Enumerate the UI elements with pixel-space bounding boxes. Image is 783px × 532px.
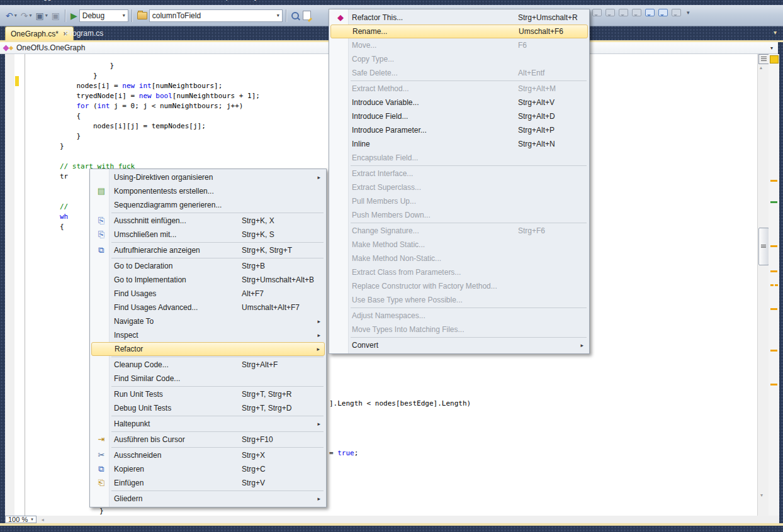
menu-item-find-similar-code[interactable]: Find Similar Code...	[91, 372, 325, 385]
scroll-left-icon[interactable]: ◂	[42, 517, 44, 523]
menu-item-komponententests-erstellen[interactable]: ▤Komponententests erstellen...	[91, 184, 325, 198]
menu-item-ausschneiden[interactable]: ✂AusschneidenStrg+X	[91, 448, 325, 462]
code-marker[interactable]	[770, 384, 777, 385]
menubar-item[interactable]: Test	[181, 0, 195, 1]
configuration-combobox[interactable]: Debug▾	[79, 9, 128, 22]
comment-next-icon[interactable]	[606, 9, 615, 16]
menu-item-cleanup-code[interactable]: Cleanup Code...Strg+Alt+F	[91, 358, 325, 372]
menu-item-make-method-non-static[interactable]: Make Method Non-Static...	[330, 252, 588, 265]
chevron-down-icon[interactable]: ▾	[770, 45, 773, 51]
navigate-forward-icon[interactable]	[658, 9, 668, 16]
menu-item-kopieren[interactable]: ⧉KopierenStrg+C	[91, 462, 325, 476]
menu-item-use-base-type-where-possible[interactable]: Use Base Type where Possible...	[330, 293, 588, 307]
scroll-up-icon[interactable]: ▴	[760, 65, 762, 70]
menu-item-sequenzdiagramm-generieren[interactable]: Sequenzdiagramm generieren...	[91, 198, 325, 212]
edit-document-button[interactable]	[301, 9, 313, 23]
menu-item-introduce-parameter[interactable]: Introduce Parameter...Strg+Alt+P	[330, 123, 588, 137]
menu-item-move[interactable]: Move...F6	[330, 38, 588, 52]
menu-item-pull-members-up[interactable]: Pull Members Up...	[330, 194, 588, 208]
menu-item-using-direktiven-organisieren[interactable]: Using-Direktiven organisieren▸	[91, 170, 325, 184]
code-marker[interactable]	[770, 270, 777, 272]
menu-item-umschlie-en-mit[interactable]: ⎘Umschließen mit...Strg+K, S	[91, 228, 325, 241]
menu-item-ausf-hren-bis-cursor[interactable]: ⇥Ausführen bis CursorStrg+F10	[91, 433, 325, 446]
code-marker[interactable]	[770, 350, 777, 352]
menu-item-find-usages[interactable]: Find UsagesAlt+F7	[91, 287, 325, 301]
menu-item-extract-class-from-parameters[interactable]: Extract Class from Parameters...	[330, 265, 588, 279]
tab-list-dropdown-icon[interactable]: ▾	[774, 29, 777, 36]
toolbar-overflow-icon[interactable]: ▾	[687, 9, 690, 16]
menu-item-inspect[interactable]: Inspect▸	[91, 328, 325, 342]
menu-item-label: Rename...	[352, 27, 387, 36]
menu-item-inline[interactable]: InlineStrg+Alt+N	[330, 137, 588, 151]
menu-item-navigate-to[interactable]: Navigate To▸	[91, 314, 325, 328]
tab-program[interactable]: Program.cs	[60, 26, 108, 40]
comment-icon[interactable]	[592, 9, 602, 16]
menu-item-aufrufhierarchie-anzeigen[interactable]: ⧉Aufrufhierarchie anzeigenStrg+K, Strg+T	[91, 243, 325, 257]
vertical-scrollbar[interactable]: ▴ ▾	[757, 54, 769, 516]
menubar-item[interactable]: Analyse	[239, 0, 266, 1]
scrollbar-thumb[interactable]	[758, 228, 769, 265]
code-marker[interactable]	[770, 308, 777, 310]
file-status-indicator[interactable]	[770, 55, 779, 64]
marker-bar[interactable]	[769, 54, 779, 516]
menu-item-einf-gen[interactable]: ⎗EinfügenStrg+V	[91, 476, 325, 490]
scroll-down-icon[interactable]: ▾	[760, 492, 763, 498]
menu-item-introduce-variable[interactable]: Introduce Variable...Strg+Alt+V	[330, 96, 588, 109]
menu-item-convert[interactable]: Convert▸	[330, 338, 588, 352]
menubar-item[interactable]: Extras	[108, 0, 130, 1]
menubar-item[interactable]: Team	[65, 0, 83, 1]
splitter-handle[interactable]	[758, 54, 769, 64]
start-debug-button[interactable]: ▶	[69, 9, 79, 23]
menu-item-go-to-implementation[interactable]: Go to ImplementationStrg+Umschalt+Alt+B	[91, 273, 325, 287]
menu-item-find-usages-advanced[interactable]: Find Usages Advanced...Umschalt+Alt+F7	[91, 301, 325, 314]
menu-item-label: Einfügen	[114, 479, 144, 487]
undo-button[interactable]: ↶▾	[4, 9, 19, 23]
menubar-item[interactable]: stellen	[1, 0, 23, 1]
menubar-item[interactable]: Architektur	[140, 0, 176, 1]
code-marker[interactable]	[770, 180, 777, 182]
window-save-button[interactable]: ▣	[50, 9, 62, 23]
menu-item-go-to-declaration[interactable]: Go to DeclarationStrg+B	[91, 259, 325, 273]
code-marker[interactable]	[770, 201, 777, 203]
menu-item-move-types-into-matching-files[interactable]: Move Types Into Matching Files...	[330, 323, 588, 336]
menubar-item[interactable]: Fenster	[271, 0, 296, 1]
menu-item-copy-type[interactable]: Copy Type...	[330, 52, 588, 66]
menubar-item[interactable]: Daten	[87, 0, 107, 1]
code-marker[interactable]	[770, 245, 777, 247]
window-layout-button[interactable]: ▣▾	[34, 9, 50, 23]
redo-button[interactable]: ↷▾	[19, 9, 34, 23]
menu-item-safe-delete[interactable]: Safe Delete...Alt+Entf	[330, 66, 588, 80]
menu-item-run-unit-tests[interactable]: Run Unit TestsStrg+T, Strg+R	[91, 387, 325, 401]
menu-item-extract-superclass[interactable]: Extract Superclass...	[330, 180, 588, 194]
navigate-back-icon[interactable]	[645, 9, 655, 16]
menu-item-haltepunkt[interactable]: Haltepunkt▸	[91, 417, 325, 431]
horizontal-scrollbar[interactable]: 100 %▾ ◂	[5, 516, 779, 523]
menu-item-debug-unit-tests[interactable]: Debug Unit TestsStrg+T, Strg+D	[91, 401, 325, 415]
menu-item-adjust-namespaces[interactable]: Adjust Namespaces...	[330, 309, 588, 323]
menu-item-extract-method[interactable]: Extract Method...Strg+Alt+M	[330, 82, 588, 96]
menu-item-refactor-this[interactable]: ◆Refactor This...Strg+Umschalt+R	[330, 11, 588, 25]
code-marker[interactable]	[770, 284, 774, 286]
find-in-files-button[interactable]	[135, 9, 149, 23]
menu-item-introduce-field[interactable]: Introduce Field...Strg+Alt+D	[330, 109, 588, 123]
menu-item-ausschnitt-einf-gen[interactable]: ⎘Ausschnitt einfügen...Strg+K, X	[91, 214, 325, 228]
menu-item-change-signature[interactable]: Change Signature...Strg+F6	[330, 224, 588, 238]
search-combobox[interactable]: columnToField▾	[149, 9, 283, 22]
menu-item-refactor[interactable]: Refactor▸	[91, 342, 325, 356]
menu-item-make-method-static[interactable]: Make Method Static...	[330, 238, 588, 252]
menu-item-encapsulate-field[interactable]: Encapsulate Field...	[330, 151, 588, 165]
zoom-combobox[interactable]: 100 %▾	[5, 516, 37, 523]
search-comment-icon[interactable]	[672, 9, 681, 16]
menu-item-rename[interactable]: Rename...Umschalt+F6	[330, 25, 588, 38]
comment-reply-icon[interactable]	[632, 9, 641, 16]
comment-prev-icon[interactable]	[619, 9, 628, 16]
menubar-item[interactable]: Debuggen	[25, 0, 60, 1]
menubar-item[interactable]: ReSharper	[200, 0, 237, 1]
find-symbol-button[interactable]	[290, 9, 301, 23]
menu-item-replace-constructor-with-factory-method[interactable]: Replace Constructor with Factory Method.…	[330, 279, 588, 293]
menubar-item[interactable]: Hilfe	[297, 0, 312, 1]
menu-item-gliedern[interactable]: Gliedern▸	[91, 492, 325, 506]
menu-item-extract-interface[interactable]: Extract Interface...	[330, 167, 588, 180]
code-marker[interactable]	[775, 284, 778, 286]
menu-item-push-members-down[interactable]: Push Members Down...	[330, 208, 588, 222]
